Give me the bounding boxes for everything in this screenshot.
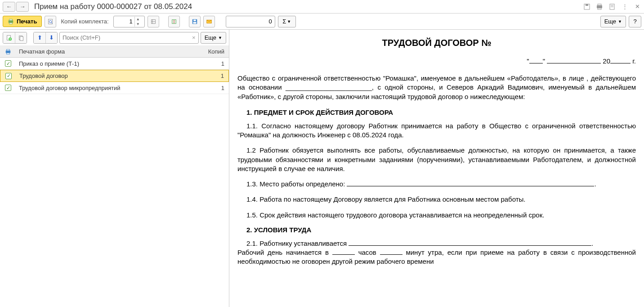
svg-rect-25 (20, 36, 23, 41)
copy-item-button[interactable] (15, 32, 27, 43)
table-row[interactable]: ✓Трудовой договор микропредприятий1 (0, 82, 229, 94)
svg-rect-8 (9, 20, 13, 23)
export-button[interactable] (168, 16, 180, 27)
copies-column-header[interactable]: Копий (201, 48, 229, 55)
help-button[interactable]: ? (629, 16, 641, 27)
clause-1-5: 1.5. Срок действия настоящего трудового … (237, 211, 636, 220)
svg-rect-19 (193, 19, 196, 21)
report-icon[interactable] (608, 3, 616, 11)
row-name: Трудовой договор микропредприятий (16, 85, 201, 91)
forms-panel: ⬆ ⬇ × Еще▼ Печатная форма Копий ✓Приказ … (0, 30, 229, 307)
svg-rect-28 (7, 53, 10, 54)
save-draft-icon[interactable] (583, 3, 591, 11)
check-icon[interactable]: ✓ (5, 60, 11, 67)
more-button[interactable]: Еще▼ (600, 16, 626, 27)
clause-1-4: 1.4. Работа по настоящему Договору являе… (237, 195, 636, 204)
spin-up-icon[interactable]: ▲ (135, 17, 141, 22)
window-title: Прием на работу 0000-000027 от 08.05.202… (34, 2, 583, 11)
spin-down-icon[interactable]: ▼ (135, 22, 141, 27)
svg-rect-4 (598, 8, 601, 9)
name-column-header[interactable]: Печатная форма (16, 48, 201, 55)
row-name: Приказ о приеме (Т-1) (16, 60, 201, 67)
sigma-button[interactable]: Σ▼ (278, 16, 296, 27)
printer-icon (8, 18, 14, 25)
save-button[interactable] (189, 16, 201, 27)
kebab-icon[interactable]: ⋮ (621, 3, 629, 11)
copies-spinner[interactable]: ▲▼ (113, 16, 145, 27)
mail-button[interactable] (203, 16, 215, 27)
table-row[interactable]: ✓Приказ о приеме (Т-1)1 (0, 58, 229, 70)
doc-date: "" 20 г. (237, 57, 636, 65)
document-preview[interactable]: ТРУДОВОЙ ДОГОВОР № "" 20 г. Общество с о… (229, 30, 644, 307)
search-input[interactable] (60, 34, 189, 41)
row-copies: 1 (201, 60, 229, 67)
print-column-icon[interactable] (0, 49, 16, 55)
copies-input[interactable] (114, 18, 134, 25)
svg-rect-26 (6, 50, 11, 53)
counter-display: 0 (226, 16, 275, 27)
nav-back-button[interactable]: ← (3, 2, 15, 12)
move-up-button[interactable]: ⬆ (34, 32, 45, 43)
doc-intro: Общество с ограниченной ответственностью… (237, 74, 636, 101)
row-copies: 1 (201, 72, 228, 79)
svg-rect-20 (193, 22, 196, 23)
doc-title: ТРУДОВОЙ ДОГОВОР № (237, 38, 636, 48)
collate-button[interactable] (148, 16, 159, 27)
row-name: Трудовой договор (17, 72, 201, 79)
move-down-button[interactable]: ⬇ (45, 32, 57, 43)
print-button-label: Печать (17, 18, 37, 25)
svg-rect-2 (597, 5, 602, 8)
close-icon[interactable]: ✕ (633, 3, 641, 11)
svg-rect-10 (9, 23, 13, 24)
svg-rect-1 (586, 4, 588, 6)
nav-forward-button[interactable]: → (16, 2, 29, 12)
section-1: 1. ПРЕДМЕТ И СРОК ДЕЙСТВИЯ ДОГОВОРА (237, 108, 636, 116)
print-header-icon[interactable] (595, 3, 604, 11)
clause-1-1: 1.1. Согласно настоящему договору Работн… (237, 122, 636, 140)
section-2: 2. УСЛОВИЯ ТРУДА (237, 226, 636, 234)
svg-rect-27 (7, 49, 10, 50)
clear-search-icon[interactable]: × (189, 34, 198, 41)
toolbar: Печать Копий комплекта: ▲▼ 0 Σ▼ Еще▼ ? (0, 14, 644, 30)
clause-1-2: 1.2 Работник обязуется выполнять все раб… (237, 146, 636, 173)
copies-label: Копий комплекта: (61, 18, 108, 25)
new-item-button[interactable] (3, 32, 15, 43)
clause-2-1: 2.1. Работнику устанавливается . Рабочий… (237, 239, 636, 266)
check-icon[interactable]: ✓ (5, 85, 11, 91)
preview-button[interactable] (45, 16, 56, 27)
row-copies: 1 (201, 85, 229, 91)
check-icon[interactable]: ✓ (5, 73, 12, 79)
svg-rect-9 (9, 19, 13, 20)
table-header: Печатная форма Копий (0, 46, 229, 58)
titlebar: ← → Прием на работу 0000-000027 от 08.05… (0, 0, 644, 14)
left-more-button[interactable]: Еще▼ (201, 32, 226, 44)
search-box[interactable]: × (59, 32, 199, 44)
svg-rect-3 (598, 4, 601, 5)
table-row[interactable]: ✓Трудовой договор1 (0, 70, 229, 82)
print-button[interactable]: Печать (3, 16, 42, 27)
clause-1-3: 1.3. Место работы определено: . (237, 180, 636, 189)
